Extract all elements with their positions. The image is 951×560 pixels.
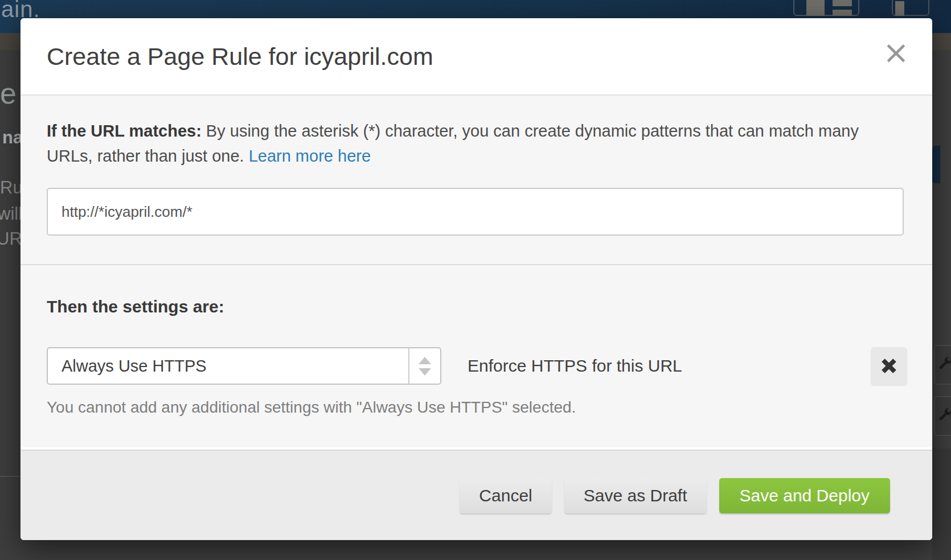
- background-blue-button-fragment: [932, 146, 940, 183]
- url-match-description: If the URL matches: By using the asteris…: [47, 118, 904, 168]
- background-text-fragment: Ru: [0, 178, 23, 198]
- background-edit-button: [934, 345, 951, 385]
- select-stepper[interactable]: [408, 348, 440, 384]
- background-divider: [0, 476, 21, 477]
- create-page-rule-modal: Create a Page Rule for icyapril.com × If…: [21, 18, 932, 540]
- wrench-icon: [938, 407, 951, 422]
- modal-title: Create a Page Rule for icyapril.com: [47, 43, 433, 71]
- settings-section: Then the settings are: Always Use HTTPS …: [21, 264, 932, 447]
- modal-header: Create a Page Rule for icyapril.com ×: [21, 18, 932, 96]
- wrench-icon: [938, 356, 951, 370]
- background-footer-band: [932, 448, 951, 560]
- screen: ain. e nav Ru will UR C: [0, 0, 951, 560]
- modal-footer: Cancel Save as Draft Save and Deploy: [21, 450, 932, 540]
- cancel-button[interactable]: Cancel: [460, 478, 551, 513]
- remove-setting-button[interactable]: [871, 347, 907, 385]
- url-match-label: If the URL matches:: [47, 122, 202, 140]
- save-as-draft-button[interactable]: Save as Draft: [564, 478, 707, 513]
- chevron-down-icon: [419, 368, 431, 376]
- list-view-icon: [833, 10, 852, 16]
- background-text-fragment: UR: [0, 229, 22, 249]
- url-pattern-input[interactable]: [47, 188, 904, 236]
- learn-more-link[interactable]: Learn more here: [249, 147, 371, 165]
- background-edit-button: [934, 396, 951, 436]
- remove-x-icon: [880, 357, 898, 375]
- save-and-deploy-button[interactable]: Save and Deploy: [719, 478, 891, 513]
- background-text-fragment: e: [0, 76, 17, 110]
- url-match-section: If the URL matches: By using the asteris…: [21, 96, 932, 264]
- setting-select-value: Always Use HTTPS: [48, 357, 408, 376]
- close-icon[interactable]: ×: [883, 36, 909, 68]
- background-text-fragment: will: [0, 204, 22, 224]
- list-view-icon: [833, 0, 852, 6]
- grid-view-icon: [806, 0, 825, 16]
- setting-select[interactable]: Always Use HTTPS: [47, 347, 441, 385]
- background-header-widget-icon: [895, 1, 904, 16]
- settings-heading: Then the settings are:: [47, 297, 907, 316]
- setting-note: You cannot add any additional settings w…: [47, 398, 907, 417]
- setting-description: Enforce HTTPS for this URL: [468, 356, 682, 376]
- setting-row: Always Use HTTPS Enforce HTTPS for this …: [47, 347, 907, 385]
- chevron-up-icon: [419, 357, 431, 364]
